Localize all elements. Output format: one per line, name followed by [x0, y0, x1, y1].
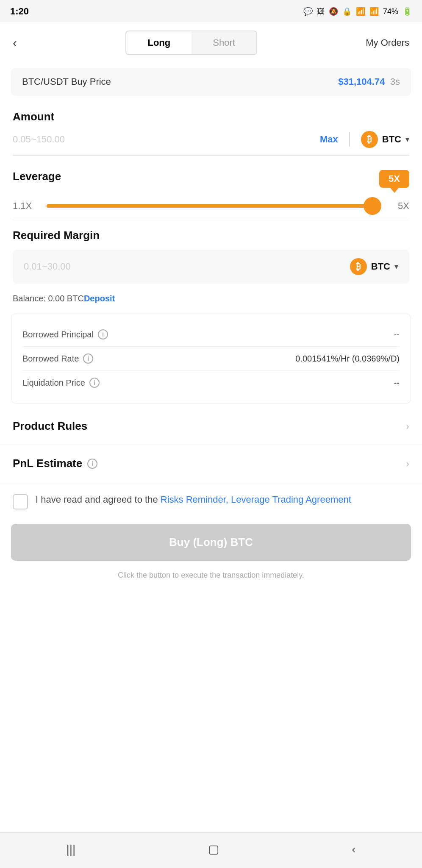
- header-nav: ‹ Long Short My Orders: [0, 22, 422, 64]
- buy-hint: Click the button to execute the transact…: [0, 565, 422, 593]
- status-time: 1:20: [10, 6, 29, 17]
- borrowed-principal-row: Borrowed Principal i --: [22, 323, 400, 347]
- borrowed-principal-info-icon[interactable]: i: [98, 329, 108, 339]
- bottom-nav-home-icon[interactable]: ▢: [208, 842, 219, 856]
- margin-btc-icon: ₿: [350, 258, 367, 275]
- lock-icon: 🔒: [342, 7, 352, 16]
- amount-input-row: 0.05~150.00 Max ₿ BTC ▾: [13, 131, 409, 156]
- liquidation-price-value: --: [394, 378, 400, 388]
- agreement-link[interactable]: Risks Reminder, Leverage Trading Agreeme…: [161, 494, 351, 505]
- back-button[interactable]: ‹: [13, 36, 17, 50]
- mute-icon: 🔕: [329, 7, 338, 16]
- info-card: Borrowed Principal i -- Borrowed Rate i …: [11, 314, 411, 403]
- borrowed-rate-info-icon[interactable]: i: [83, 353, 93, 364]
- agreement-text: I have read and agreed to the Risks Remi…: [36, 492, 351, 506]
- price-label: BTC/USDT Buy Price: [22, 76, 111, 87]
- max-button[interactable]: Max: [320, 134, 338, 145]
- margin-currency-label: BTC: [371, 261, 390, 272]
- liquidation-price-label: Liquidation Price i: [22, 378, 100, 388]
- liquidation-price-row: Liquidation Price i --: [22, 371, 400, 395]
- long-tab[interactable]: Long: [126, 31, 192, 54]
- short-tab[interactable]: Short: [192, 31, 256, 54]
- liquidation-price-info-icon[interactable]: i: [89, 378, 100, 388]
- borrowed-rate-label: Borrowed Rate i: [22, 353, 93, 364]
- messenger-icon: 💬: [303, 7, 313, 16]
- price-banner: BTC/USDT Buy Price $31,104.74 3s: [11, 68, 411, 96]
- currency-label: BTC: [382, 134, 401, 145]
- my-orders-button[interactable]: My Orders: [366, 37, 409, 48]
- price-value: $31,104.74: [338, 76, 385, 87]
- pnl-info-icon[interactable]: i: [87, 459, 97, 469]
- slider-max-label: 5X: [388, 200, 409, 211]
- buy-button[interactable]: Buy (Long) BTC: [11, 524, 411, 561]
- signal-icon: 📶: [369, 7, 379, 16]
- required-margin-section: Required Margin 0.01~30.00 ₿ BTC ▾: [0, 220, 422, 288]
- leverage-slider-track[interactable]: [47, 204, 380, 208]
- product-rules-title: Product Rules: [13, 420, 87, 433]
- slider-thumb[interactable]: [364, 197, 381, 215]
- product-rules-row[interactable]: Product Rules ›: [0, 408, 422, 445]
- margin-placeholder: 0.01~30.00: [24, 261, 71, 272]
- amount-section: Amount 0.05~150.00 Max ₿ BTC ▾: [0, 100, 422, 160]
- agreement-row: I have read and agreed to the Risks Remi…: [0, 482, 422, 520]
- margin-title: Required Margin: [13, 229, 409, 242]
- wifi-icon: 📶: [356, 7, 365, 16]
- pnl-chevron-icon: ›: [406, 458, 409, 470]
- currency-selector[interactable]: ₿ BTC ▾: [361, 131, 409, 148]
- amount-title: Amount: [13, 110, 409, 123]
- status-icons: 💬 🖼 🔕 🔒 📶 📶 74% 🔋: [303, 7, 412, 16]
- bottom-nav-menu-icon[interactable]: |||: [66, 843, 75, 856]
- leverage-header: Leverage 5X: [13, 170, 409, 188]
- vertical-divider: [349, 132, 350, 147]
- price-value-container: $31,104.74 3s: [338, 76, 400, 87]
- balance-label: Balance: 0.00 BTC: [13, 294, 84, 303]
- battery-icon: 🔋: [403, 7, 412, 16]
- status-bar: 1:20 💬 🖼 🔕 🔒 📶 📶 74% 🔋: [0, 0, 422, 22]
- pnl-estimate-row[interactable]: PnL Estimate i ›: [0, 445, 422, 482]
- leverage-badge: 5X: [379, 170, 409, 188]
- deposit-link[interactable]: Deposit: [84, 294, 115, 303]
- image-icon: 🖼: [317, 7, 325, 16]
- borrowed-rate-row: Borrowed Rate i 0.001541%/Hr (0.0369%/D): [22, 347, 400, 371]
- slider-fill: [47, 204, 380, 208]
- margin-currency-selector[interactable]: ₿ BTC ▾: [350, 258, 398, 275]
- leverage-section: Leverage 5X 1.1X 5X: [0, 160, 422, 220]
- borrowed-rate-value: 0.001541%/Hr (0.0369%/D): [295, 354, 400, 364]
- btc-icon: ₿: [361, 131, 378, 148]
- borrowed-principal-label: Borrowed Principal i: [22, 329, 108, 339]
- price-time: 3s: [390, 76, 400, 87]
- agreement-checkbox[interactable]: [13, 494, 28, 509]
- borrowed-principal-value: --: [394, 330, 400, 339]
- product-rules-chevron-icon: ›: [406, 420, 409, 432]
- amount-placeholder: 0.05~150.00: [13, 134, 313, 145]
- long-short-toggle: Long Short: [125, 31, 257, 55]
- bottom-nav-back-icon[interactable]: ‹: [352, 843, 355, 856]
- currency-chevron-down-icon: ▾: [405, 135, 409, 144]
- margin-chevron-down-icon: ▾: [394, 262, 398, 271]
- balance-row: Balance: 0.00 BTC Deposit: [0, 288, 422, 309]
- pnl-estimate-title: PnL Estimate i: [13, 457, 97, 470]
- bottom-nav: ||| ▢ ‹: [0, 832, 422, 868]
- slider-min-label: 1.1X: [13, 200, 38, 211]
- battery-label: 74%: [383, 7, 398, 16]
- margin-input-row[interactable]: 0.01~30.00 ₿ BTC ▾: [13, 250, 409, 284]
- leverage-slider-container: 1.1X 5X: [13, 200, 409, 211]
- leverage-title: Leverage: [13, 170, 61, 183]
